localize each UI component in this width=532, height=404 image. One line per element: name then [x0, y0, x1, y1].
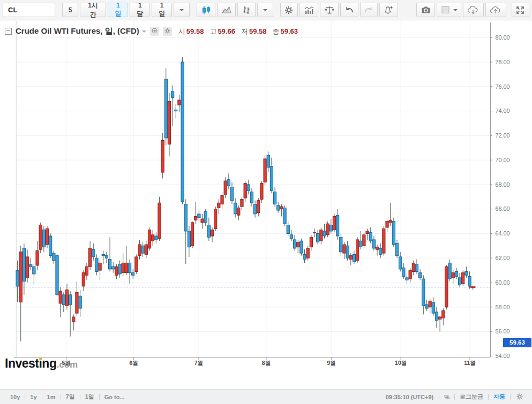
collapse-panel-icon[interactable]	[5, 28, 12, 35]
candle-up	[310, 237, 312, 247]
create-alert-button[interactable]	[379, 3, 398, 17]
area-chart-button[interactable]	[217, 3, 236, 17]
interval-1hour-button[interactable]: 1시간	[80, 3, 106, 17]
price-tick-label: 78.00	[495, 59, 509, 65]
candle-up	[386, 222, 388, 227]
candlestick-chart-button[interactable]	[197, 3, 215, 17]
candle-down	[105, 256, 108, 258]
chart-type-dropdown-button[interactable]	[257, 3, 273, 17]
indicators-button[interactable]	[299, 3, 318, 17]
candle-down	[379, 248, 382, 254]
interval-dropdown-button[interactable]	[174, 3, 190, 17]
candle-down	[16, 270, 19, 286]
candle-up	[89, 248, 92, 266]
ohlc-bars-button[interactable]	[237, 3, 255, 17]
candle-up	[158, 203, 161, 238]
ohlc-bars-icon	[242, 5, 251, 15]
candle-down	[415, 264, 418, 272]
percent-scale-button[interactable]: %	[439, 394, 454, 400]
candle-down	[432, 302, 434, 314]
candle-down	[204, 211, 207, 223]
candle-up	[366, 231, 369, 234]
candle-down	[79, 296, 81, 308]
candle-down	[287, 225, 289, 233]
candle-down	[290, 235, 293, 239]
candle-up	[349, 256, 352, 260]
compare-button[interactable]	[320, 3, 339, 17]
gear-icon	[284, 5, 294, 15]
candle-down	[128, 263, 131, 272]
candle-down	[336, 215, 339, 236]
candle-up	[343, 245, 346, 253]
interval-1day-secondary-button[interactable]: 1일	[152, 3, 172, 17]
candle-down	[293, 240, 296, 248]
auto-scale-button[interactable]: 자동	[489, 393, 510, 401]
candle-down	[267, 155, 269, 167]
chart-area[interactable]: 80.0078.0076.0074.0072.0070.0068.0066.00…	[0, 20, 532, 389]
candle-up	[19, 252, 22, 302]
range-7d-button[interactable]: 7일	[61, 393, 80, 401]
time-tick-label: 7월	[194, 360, 203, 366]
candle-down	[392, 222, 395, 245]
candle-down	[42, 230, 45, 247]
chevron-down-icon	[453, 9, 458, 11]
chevron-down-icon[interactable]	[142, 31, 146, 33]
interval-1day-button[interactable]: 1일	[108, 3, 128, 17]
candle-up	[412, 263, 415, 271]
layout-button[interactable]	[437, 3, 461, 17]
range-10y-button[interactable]: 10y	[5, 394, 25, 400]
undo-button[interactable]	[340, 3, 358, 17]
save-chart-button[interactable]	[485, 3, 506, 17]
candle-up	[333, 216, 335, 230]
candle-down	[102, 254, 104, 255]
interval-5min-button[interactable]: 5	[62, 3, 78, 17]
redo-arrow-icon	[364, 5, 373, 15]
circle-dot-icon	[151, 27, 158, 36]
range-1y-button[interactable]: 1y	[25, 394, 41, 400]
candle-up	[59, 291, 62, 303]
candle-up	[76, 292, 78, 313]
candle-down	[419, 273, 422, 278]
candle-up	[201, 219, 204, 223]
bottom-toolbar: 10y 1y 1m 7일 1일 Go to... 09:35:10 (UTC+9…	[0, 389, 532, 404]
price-tick-label: 68.00	[495, 181, 509, 188]
symbol-input[interactable]	[3, 3, 55, 17]
chart-settings-button[interactable]	[280, 3, 298, 17]
range-1d-button[interactable]: 1일	[80, 393, 99, 401]
candle-down	[49, 236, 52, 256]
fullscreen-button[interactable]	[512, 3, 529, 17]
candle-up	[376, 247, 378, 250]
candle-down	[247, 185, 250, 190]
candle-down	[303, 254, 306, 259]
snapshot-button[interactable]	[416, 3, 435, 17]
load-chart-button[interactable]	[463, 3, 484, 17]
goto-date-button[interactable]: Go to...	[100, 394, 130, 400]
candle-down	[353, 254, 355, 262]
range-1m-button[interactable]: 1m	[42, 394, 61, 400]
candle-up	[72, 317, 75, 322]
log-scale-button[interactable]: 로그눈금	[455, 393, 488, 401]
candle-down	[62, 295, 65, 304]
price-chart[interactable]: 80.0078.0076.0074.0072.0070.0068.0066.00…	[0, 20, 532, 389]
candle-down	[435, 312, 438, 321]
candle-up	[85, 266, 88, 275]
instrument-info-button[interactable]	[150, 27, 159, 36]
candle-down	[465, 271, 468, 275]
price-tick-label: 58.00	[495, 304, 509, 310]
redo-button[interactable]	[360, 3, 378, 17]
candle-down	[329, 225, 332, 231]
instrument-settings-button[interactable]	[163, 27, 172, 36]
price-tick-label: 72.00	[495, 132, 509, 139]
candle-down	[273, 192, 276, 204]
interval-1month-button[interactable]: 1달	[130, 3, 150, 17]
candle-down	[56, 256, 58, 295]
candle-down	[92, 249, 95, 257]
gear-icon	[516, 393, 523, 401]
candle-down	[458, 278, 461, 285]
candle-up	[280, 207, 283, 209]
candle-up	[383, 228, 385, 253]
candle-up	[462, 273, 464, 284]
scale-settings-button[interactable]	[511, 393, 527, 401]
candle-down	[230, 187, 233, 200]
candle-up	[152, 235, 154, 241]
